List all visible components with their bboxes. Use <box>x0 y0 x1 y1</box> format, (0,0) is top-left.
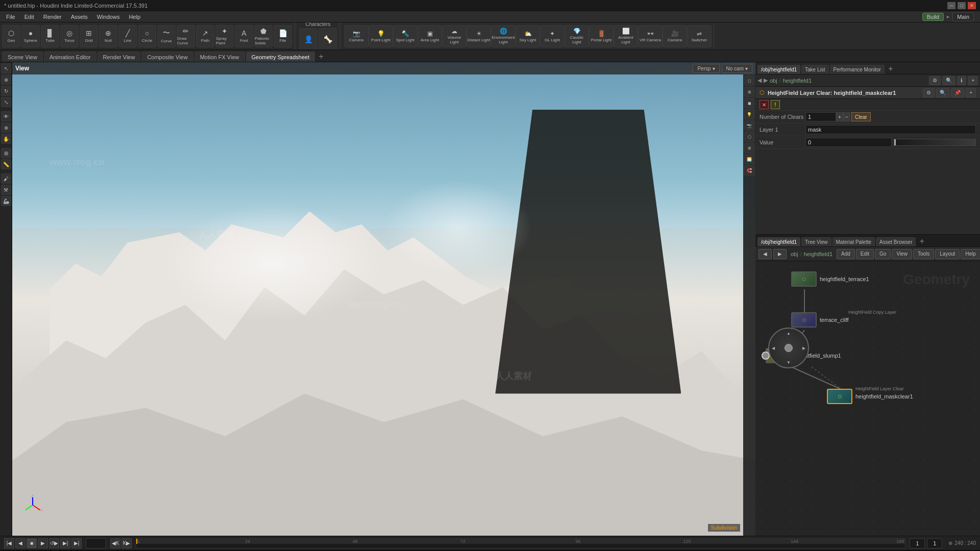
value-input[interactable] <box>805 138 892 147</box>
cam-button2[interactable]: 🎥Camera <box>663 25 687 47</box>
ambient-light-button[interactable]: ⬜Ambient Light <box>614 25 638 47</box>
select-tool[interactable]: ↖ <box>1 63 11 73</box>
paint-tool[interactable]: 🖌 <box>1 173 11 184</box>
scale-tool[interactable]: ⤡ <box>1 97 11 107</box>
draw-curve-button[interactable]: ✏Draw Curve <box>177 25 195 47</box>
point-light-button[interactable]: 💡Point Light <box>369 25 393 47</box>
tab-asset-browser[interactable]: Asset Browser <box>876 237 916 246</box>
error-flag[interactable]: ✕ <box>760 100 769 109</box>
transform-tool[interactable]: ⊕ <box>1 74 11 85</box>
path-button[interactable]: ↗Path <box>196 25 214 47</box>
spot-light-button[interactable]: 🔦Spot Light <box>393 25 418 47</box>
clears-input[interactable] <box>805 112 836 121</box>
clears-step-down[interactable]: − <box>843 112 850 121</box>
vr-camera-button[interactable]: 👓VR Camera <box>638 25 663 47</box>
tab-animation-editor[interactable]: Animation Editor <box>44 52 96 62</box>
sphere-button[interactable]: ●Sphere <box>21 25 40 47</box>
distant-light-button[interactable]: ☀Distant Light <box>467 25 491 47</box>
build-button[interactable]: Build <box>922 13 944 21</box>
torus-button[interactable]: ◎Torus <box>60 25 79 47</box>
spray-button[interactable]: ✦Spray Paint <box>215 25 234 47</box>
camera-select-button[interactable]: No cam ▾ <box>722 64 752 73</box>
node-terrace-cliff[interactable]: ⬡ HeightField Copy Layer terrace_cliff <box>791 312 849 328</box>
gear-button[interactable]: ⚙ <box>929 76 941 85</box>
timeline-area[interactable]: 1 24 48 72 96 120 144 168 <box>136 538 905 548</box>
snap-tool[interactable]: ⊞ <box>1 148 11 158</box>
tab-render-view[interactable]: Render View <box>97 52 141 62</box>
breadcrumb-obj[interactable]: obj <box>770 78 777 84</box>
pan-tool[interactable]: ✋ <box>1 134 11 144</box>
zoom-tool[interactable]: ⊕ <box>1 122 11 133</box>
vp-cam-btn[interactable]: 📷 <box>744 120 754 131</box>
play-loop-button[interactable]: ↺▶ <box>49 538 59 548</box>
search-button[interactable]: 🔍 <box>942 76 955 85</box>
props-pin[interactable]: 📌 <box>951 88 964 97</box>
line-button[interactable]: ╱Line <box>118 25 137 47</box>
node-maskclear1[interactable]: ⬡ HeightField Layer Clear heightfield_ma… <box>827 389 913 404</box>
maximize-button[interactable]: □ <box>958 2 966 9</box>
vp-grid-btn[interactable]: ⊞ <box>744 143 754 153</box>
add-tab-button[interactable]: + <box>316 52 326 62</box>
node-back[interactable]: ◀ <box>758 249 772 259</box>
node-go-btn[interactable]: Go <box>875 249 891 259</box>
vp-shade-btn[interactable]: ◼ <box>744 98 754 108</box>
value-slider[interactable] <box>894 139 976 146</box>
next-frame-button[interactable]: ▶| <box>60 538 70 548</box>
switcher-button[interactable]: ⇌Switcher <box>687 25 712 47</box>
end-frame-input[interactable] <box>927 538 942 548</box>
nb-obj[interactable]: obj <box>791 251 798 257</box>
node-edit-btn[interactable]: Edit <box>856 249 874 259</box>
tab-motion-fx[interactable]: Motion FX View <box>194 52 245 62</box>
breadcrumb-back[interactable]: ◀ <box>757 77 762 84</box>
node-forward[interactable]: ▶ <box>773 249 787 259</box>
vp-snap-btn[interactable]: 🧲 <box>744 165 754 176</box>
vp-display-btn[interactable]: ◻ <box>744 76 754 86</box>
pose-tool[interactable]: 🦾 <box>1 196 11 206</box>
tab-take-list[interactable]: Take List <box>801 65 828 74</box>
fps-input[interactable] <box>910 538 925 548</box>
camera-button[interactable]: 📷Camera <box>344 25 369 47</box>
breadcrumb-forward[interactable]: ▶ <box>764 77 768 84</box>
add-panel-tab[interactable]: + <box>886 64 896 74</box>
volume-light-button[interactable]: ☁Volume Light <box>442 25 467 47</box>
tab-tree-view[interactable]: Tree View <box>801 237 831 246</box>
grid-button[interactable]: ⊞Grid <box>80 25 98 47</box>
menu-windows[interactable]: Windows <box>93 13 124 21</box>
vp-bg-btn[interactable]: 🌅 <box>744 154 754 164</box>
tab-geometry-spreadsheet[interactable]: Geometry Spreadsheet <box>246 52 315 62</box>
vp-wire-btn[interactable]: ⊞ <box>744 87 754 97</box>
tab-material-palette[interactable]: Material Palette <box>832 237 875 246</box>
geo-button[interactable]: ⬡Geo <box>2 25 20 47</box>
file-button[interactable]: 📄File <box>274 25 292 47</box>
node-help-btn[interactable]: Help <box>961 249 980 259</box>
curve-button[interactable]: 〜Curve <box>157 25 176 47</box>
props-gear[interactable]: ⚙ <box>923 88 935 97</box>
node-terrace1[interactable]: ⬡ heightfield_terrace1 <box>791 271 869 287</box>
font-button[interactable]: AFont <box>235 25 253 47</box>
null-button[interactable]: ⊕Null <box>99 25 117 47</box>
node-canvas[interactable]: Geometry ▲ ▼ ▶ <box>755 261 980 536</box>
platonic-button[interactable]: ⬟Platonic Solids <box>254 25 273 47</box>
menu-help[interactable]: Help <box>125 13 144 21</box>
node-view-btn[interactable]: View <box>892 249 912 259</box>
frame-input[interactable]: 1 <box>86 538 106 548</box>
char-btn1[interactable]: 👤 <box>299 28 317 50</box>
breadcrumb-hf[interactable]: heightfield1 <box>783 78 812 84</box>
node-layout-btn[interactable]: Layout <box>935 249 960 259</box>
warning-flag[interactable]: ! <box>771 100 780 109</box>
char-btn2[interactable]: 🦴 <box>318 28 337 50</box>
caustic-light-button[interactable]: 💎Caustic Light <box>565 25 589 47</box>
props-search[interactable]: 🔍 <box>936 88 949 97</box>
prev-frame-button[interactable]: ◀ <box>15 538 26 548</box>
menu-file[interactable]: File <box>2 13 19 21</box>
info-button[interactable]: ℹ <box>957 76 966 85</box>
play-button[interactable]: ▶ <box>38 538 48 548</box>
persp-button[interactable]: Persp ▾ <box>693 64 719 73</box>
close-button[interactable]: ✕ <box>968 2 976 9</box>
props-expand[interactable]: + <box>966 88 976 97</box>
tab-composite-view[interactable]: Composite View <box>141 52 193 62</box>
add-graph-tab[interactable]: + <box>917 236 927 246</box>
area-light-button[interactable]: ▣Area Light <box>418 25 442 47</box>
clears-step-up[interactable]: + <box>836 112 843 121</box>
circle-button[interactable]: ○Circle <box>138 25 156 47</box>
